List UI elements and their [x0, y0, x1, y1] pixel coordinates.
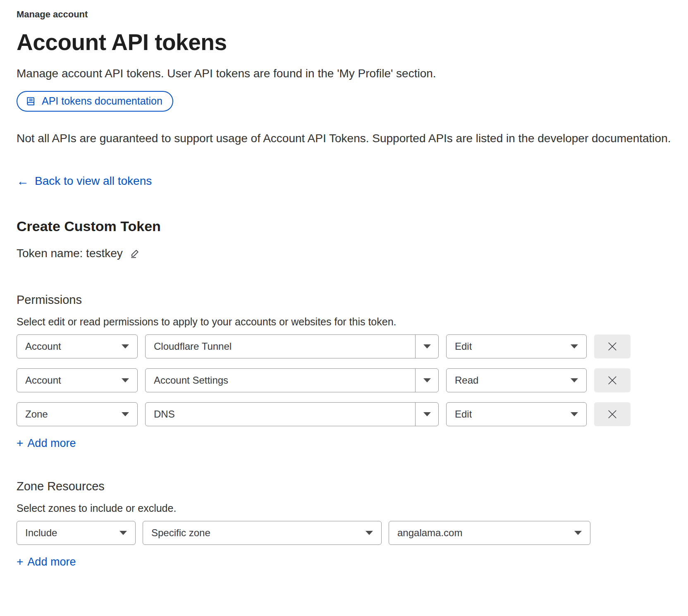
back-link[interactable]: ← Back to view all tokens: [17, 174, 152, 188]
zone-resources-title: Zone Resources: [17, 480, 688, 493]
chevron-down-icon: [574, 531, 582, 535]
permission-access-select[interactable]: Read: [446, 368, 587, 392]
remove-permission-button[interactable]: [594, 402, 631, 426]
edit-token-name-button[interactable]: [129, 248, 141, 259]
back-arrow-icon: ←: [17, 175, 29, 187]
permission-resource-select[interactable]: Cloudflare Tunnel: [145, 334, 439, 358]
permission-access-select[interactable]: Edit: [446, 334, 587, 358]
permissions-rows: Account Cloudflare Tunnel Edit Account: [17, 334, 688, 426]
back-link-label: Back to view all tokens: [35, 174, 152, 188]
notice-text: Not all APIs are guaranteed to support u…: [17, 129, 688, 148]
remove-permission-button[interactable]: [594, 368, 631, 392]
chevron-down-icon: [571, 378, 578, 382]
add-more-zones-link[interactable]: + Add more: [17, 556, 76, 568]
api-docs-button[interactable]: API tokens documentation: [17, 91, 173, 112]
permissions-description: Select edit or read permissions to apply…: [17, 316, 688, 328]
book-icon: [26, 96, 36, 106]
permission-scope-select[interactable]: Zone: [17, 402, 138, 426]
close-icon: [606, 374, 619, 387]
permission-resource-select[interactable]: DNS: [145, 402, 439, 426]
add-more-permissions-link[interactable]: + Add more: [17, 437, 76, 450]
close-icon: [606, 408, 619, 420]
chevron-down-icon: [122, 344, 129, 349]
token-name-row: Token name: testkey: [17, 247, 688, 260]
chevron-down-icon: [571, 344, 578, 349]
chevron-down-icon: [423, 344, 431, 349]
api-docs-button-label: API tokens documentation: [42, 95, 162, 107]
add-more-permissions-label: Add more: [27, 437, 76, 450]
remove-permission-button[interactable]: [594, 334, 631, 358]
token-name-label: Token name: testkey: [17, 247, 123, 260]
chevron-down-icon: [423, 378, 431, 382]
zone-value-select[interactable]: angalama.com: [389, 521, 590, 545]
permission-row: Account Account Settings Read: [17, 368, 688, 392]
plus-icon: +: [17, 437, 23, 449]
permission-row: Account Cloudflare Tunnel Edit: [17, 334, 688, 358]
pencil-icon: [129, 248, 141, 259]
permissions-title: Permissions: [17, 293, 688, 307]
permission-scope-select[interactable]: Account: [17, 368, 138, 392]
chevron-down-icon: [119, 531, 127, 535]
page: Manage account Account API tokens Manage…: [0, 0, 688, 568]
close-icon: [606, 340, 619, 353]
permission-row: Zone DNS Edit: [17, 402, 688, 426]
breadcrumb: Manage account: [17, 9, 688, 20]
chevron-down-icon: [423, 412, 431, 416]
chevron-down-icon: [366, 531, 373, 535]
plus-icon: +: [17, 556, 23, 568]
add-more-zones-label: Add more: [27, 556, 76, 568]
permission-scope-select[interactable]: Account: [17, 334, 138, 358]
permission-access-select[interactable]: Edit: [446, 402, 587, 426]
page-subtitle: Manage account API tokens. User API toke…: [17, 67, 688, 80]
chevron-down-icon: [122, 378, 129, 382]
chevron-down-icon: [122, 412, 129, 416]
zone-resource-row: Include Specific zone angalama.com: [17, 521, 688, 545]
zone-operator-select[interactable]: Include: [17, 521, 136, 545]
zone-resources-description: Select zones to include or exclude.: [17, 502, 688, 514]
chevron-down-icon: [571, 412, 578, 416]
page-title: Account API tokens: [17, 31, 688, 55]
create-token-title: Create Custom Token: [17, 218, 688, 234]
zone-type-select[interactable]: Specific zone: [143, 521, 382, 545]
permission-resource-select[interactable]: Account Settings: [145, 368, 439, 392]
